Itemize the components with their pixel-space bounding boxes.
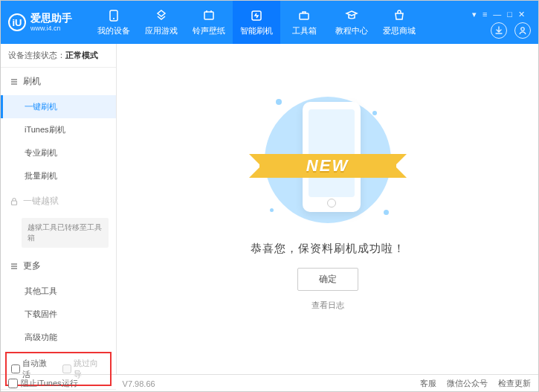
nav-label: 工具箱 bbox=[292, 25, 317, 36]
block-itunes-checkbox[interactable]: 阻止iTunes运行 bbox=[8, 378, 78, 389]
apps-icon bbox=[155, 9, 168, 22]
nav-label: 我的设备 bbox=[97, 25, 130, 36]
edu-icon bbox=[345, 9, 358, 22]
nav-shop[interactable]: 爱思商城 bbox=[375, 1, 423, 44]
sidebar-section-head[interactable]: 刷机 bbox=[1, 68, 116, 95]
device-icon bbox=[107, 9, 120, 22]
nav-flash[interactable]: 智能刷机 bbox=[233, 1, 280, 44]
section-title: 刷机 bbox=[23, 75, 41, 88]
footer-link[interactable]: 客服 bbox=[420, 378, 436, 389]
list-icon bbox=[10, 262, 19, 271]
nav-label: 教程中心 bbox=[335, 25, 368, 36]
auto-activate-checkbox[interactable]: 自动激活 bbox=[11, 358, 55, 380]
svg-rect-4 bbox=[300, 13, 309, 19]
logo-badge: iU bbox=[8, 13, 26, 31]
ok-button[interactable]: 确定 bbox=[297, 268, 358, 291]
nav-edu[interactable]: 教程中心 bbox=[328, 1, 375, 44]
version-label: V7.98.66 bbox=[123, 379, 155, 388]
sidebar-item[interactable]: 下载固件 bbox=[1, 303, 116, 326]
download-button[interactable] bbox=[491, 22, 507, 39]
settings-icon[interactable]: ≡ bbox=[482, 10, 487, 19]
sidebar-section-head[interactable]: 更多 bbox=[1, 252, 116, 280]
user-button[interactable] bbox=[514, 22, 531, 39]
nav-tools[interactable]: 工具箱 bbox=[280, 1, 328, 44]
device-status: 设备连接状态：正常模式 bbox=[1, 44, 116, 68]
flash-icon bbox=[250, 9, 263, 22]
ribbon-label: NEW bbox=[306, 156, 349, 176]
sidebar-item[interactable]: 批量刷机 bbox=[1, 164, 116, 187]
footer-link[interactable]: 检查更新 bbox=[498, 378, 531, 389]
sidebar-item[interactable]: 高级功能 bbox=[1, 326, 116, 349]
window-controls[interactable]: ▾ ≡ — □ ✕ bbox=[472, 7, 525, 19]
menu-icon[interactable]: ▾ bbox=[472, 10, 477, 19]
sidebar-note: 越狱工具已转移至工具箱 bbox=[22, 218, 109, 248]
sidebar-section-head[interactable]: 一键越狱 bbox=[1, 187, 116, 215]
nav-apps[interactable]: 应用游戏 bbox=[138, 1, 185, 44]
tools-icon bbox=[297, 9, 311, 22]
nav-label: 爱思商城 bbox=[383, 25, 416, 36]
app-logo: iU 爱思助手 www.i4.cn bbox=[8, 12, 72, 33]
minimize-icon[interactable]: — bbox=[493, 10, 501, 19]
view-log-link[interactable]: 查看日志 bbox=[312, 300, 344, 311]
sidebar-item[interactable]: 一键刷机 bbox=[1, 95, 116, 118]
sidebar-item[interactable]: 专业刷机 bbox=[1, 141, 116, 164]
nav-ring[interactable]: 铃声壁纸 bbox=[185, 1, 233, 44]
section-title: 更多 bbox=[23, 260, 41, 272]
list-icon bbox=[10, 77, 19, 86]
nav-device[interactable]: 我的设备 bbox=[90, 1, 138, 44]
success-illustration: NEW bbox=[261, 93, 395, 227]
skip-guide-checkbox[interactable]: 跳过向导 bbox=[62, 358, 106, 380]
footer-link[interactable]: 微信公众号 bbox=[447, 378, 488, 389]
ring-icon bbox=[202, 9, 216, 22]
logo-title: 爱思助手 bbox=[30, 12, 72, 25]
sidebar-item[interactable]: iTunes刷机 bbox=[1, 118, 116, 141]
svg-point-1 bbox=[113, 18, 114, 19]
success-message: 恭喜您，保资料刷机成功啦！ bbox=[251, 242, 405, 256]
nav-label: 铃声壁纸 bbox=[193, 25, 225, 36]
close-icon[interactable]: ✕ bbox=[518, 10, 525, 19]
section-title: 一键越狱 bbox=[23, 195, 59, 208]
device-info[interactable]: iPhone 15 Pro Max 512GB iPhone bbox=[1, 389, 116, 392]
maximize-icon[interactable]: □ bbox=[507, 10, 512, 19]
svg-rect-2 bbox=[204, 12, 213, 19]
sidebar-item[interactable]: 其他工具 bbox=[1, 280, 116, 303]
lock-icon bbox=[10, 197, 19, 206]
logo-url: www.i4.cn bbox=[30, 25, 72, 33]
svg-rect-6 bbox=[12, 201, 17, 205]
shop-icon bbox=[393, 9, 406, 22]
svg-point-5 bbox=[521, 27, 524, 30]
nav-label: 应用游戏 bbox=[145, 25, 178, 36]
nav-label: 智能刷机 bbox=[240, 25, 273, 36]
